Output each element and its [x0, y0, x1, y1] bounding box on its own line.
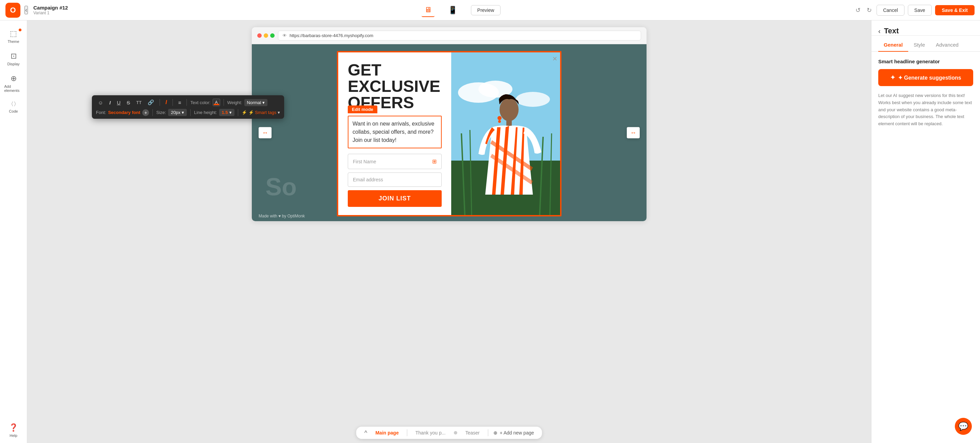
lightning-icon: ⚡	[242, 110, 247, 115]
first-name-placeholder: First Name	[353, 159, 376, 164]
right-panel-back-button[interactable]: ‹	[878, 27, 881, 35]
arrow-right-button[interactable]: ↔	[627, 127, 640, 138]
sidebar-item-label-theme: Theme	[8, 40, 19, 44]
line-height-text: 1.5	[222, 110, 228, 115]
popup-form: First Name ⊞ Email address JOIN LIST	[348, 154, 442, 207]
arrow-left-button[interactable]: ↔	[259, 127, 272, 138]
smart-tags-label: ⚡ Smart tags	[248, 110, 276, 115]
toolbar-divider-1	[159, 99, 160, 106]
browser-dot-red	[257, 33, 262, 38]
italic-button[interactable]: I	[107, 98, 113, 107]
add-icon: ⊕	[11, 74, 17, 83]
right-panel-tabs: General Style Advanced	[872, 38, 980, 52]
font-value[interactable]: Secondary font	[108, 110, 140, 115]
line-height-chevron: ▾	[229, 110, 232, 115]
top-bar-left: O ‹ Campaign #12 Variant 1	[5, 3, 68, 18]
top-bar-right: ↺ ↻ Cancel Save Save & Exit	[854, 5, 975, 16]
right-panel: ‹ Text General Style Advanced Smart head…	[871, 21, 980, 443]
popup-container: ✕ GET EXCLUSIVE OFFERS Edit mode Want in…	[337, 51, 562, 216]
cancel-button[interactable]: Cancel	[877, 5, 904, 16]
help-icon: ❓	[9, 423, 18, 432]
popup-right-image	[451, 52, 560, 215]
preview-button[interactable]: Preview	[471, 5, 501, 15]
sidebar-item-display[interactable]: ⊡ Display	[2, 48, 25, 70]
popup-close-button[interactable]: ✕	[552, 55, 557, 63]
size-label: Size:	[156, 110, 166, 115]
undo-button[interactable]: ↺	[854, 5, 862, 15]
thank-you-tab[interactable]: Thank you p...	[413, 429, 449, 437]
canvas-area: 👁 https://barbaras-store-4476.myshopify.…	[27, 21, 871, 443]
main-page-tab[interactable]: Main page	[372, 429, 401, 437]
popup-email-input[interactable]: Email address	[348, 173, 442, 187]
italic-special-button[interactable]: I	[163, 98, 169, 107]
tab-advanced[interactable]: Advanced	[930, 38, 964, 52]
popup-left: GET EXCLUSIVE OFFERS Edit mode Want in o…	[338, 52, 451, 215]
add-page-label: + Add new page	[500, 430, 534, 435]
browser-dots	[257, 33, 275, 38]
tab-style[interactable]: Style	[908, 38, 930, 52]
weight-text: Normal	[247, 100, 261, 105]
bottom-page-bar: ^ Main page Thank you p... Teaser ⊕ + Ad…	[356, 427, 542, 439]
text-formatting-toolbar: ☺ I U S TT 🔗 I ≡ Text color: A Weight: N…	[92, 95, 284, 119]
save-exit-button[interactable]: Save & Exit	[935, 5, 975, 15]
made-with-text: Made with ♥ by OptiMonk	[259, 214, 305, 218]
back-button[interactable]: ‹	[24, 6, 28, 14]
popup-text-block: Edit mode Want in on new arrivals, exclu…	[348, 116, 442, 154]
sidebar-item-code[interactable]: 〈〉 Code	[2, 97, 25, 117]
toolbar-divider-6	[190, 109, 191, 116]
underline-button[interactable]: U	[115, 98, 123, 107]
campaign-subtitle: Variant 1	[33, 11, 68, 15]
code-icon: 〈〉	[8, 101, 19, 108]
redo-button[interactable]: ↻	[865, 5, 873, 15]
mobile-device-button[interactable]: 📱	[445, 4, 460, 17]
align-button[interactable]: ≡	[176, 98, 183, 107]
svg-point-12	[498, 120, 501, 123]
browser-dot-green	[270, 33, 275, 38]
font-add-button[interactable]: +	[142, 109, 149, 116]
svg-point-3	[516, 92, 550, 107]
emoji-button[interactable]: ☺	[96, 98, 105, 107]
chat-bubble-button[interactable]: 💬	[955, 418, 972, 435]
sidebar-item-help[interactable]: ❓ Help	[2, 420, 25, 443]
right-panel-header: ‹ Text	[872, 21, 980, 36]
strikethrough-button[interactable]: S	[124, 98, 132, 107]
sidebar-item-theme[interactable]: ⬚ Theme	[2, 26, 25, 47]
line-height-label: Line height:	[194, 110, 217, 115]
popup-first-name-input[interactable]: First Name ⊞	[348, 154, 442, 169]
link-button[interactable]: 🔗	[146, 98, 156, 107]
popup-body-text[interactable]: Want in on new arrivals, exclusive colla…	[348, 116, 442, 148]
toolbar-divider-4	[224, 99, 224, 106]
app-logo: O	[5, 3, 21, 18]
browser-chrome: 👁 https://barbaras-store-4476.myshopify.…	[252, 27, 646, 44]
size-value[interactable]: 20px ▾	[168, 109, 187, 116]
desktop-device-button[interactable]: 🖥	[422, 3, 434, 17]
size-chevron: ▾	[182, 110, 184, 115]
tab-separator-2	[488, 429, 488, 436]
add-new-page-button[interactable]: ⊕ + Add new page	[493, 430, 534, 435]
svg-point-9	[500, 98, 519, 121]
save-button[interactable]: Save	[908, 5, 932, 16]
smart-tags-button[interactable]: ⚡ ⚡ Smart tags ▾	[242, 110, 280, 115]
star-icon: ✦	[890, 74, 895, 81]
teaser-tab[interactable]: Teaser	[463, 429, 482, 437]
browser-mockup: 👁 https://barbaras-store-4476.myshopify.…	[252, 27, 646, 221]
theme-icon: ⬚	[10, 29, 17, 38]
sidebar-item-add-elements[interactable]: ⊕ Add elements	[2, 71, 25, 96]
email-placeholder: Email address	[353, 177, 383, 183]
tab-general[interactable]: General	[878, 38, 908, 52]
text-transform-button[interactable]: TT	[134, 98, 143, 106]
sidebar-item-label-add: Add elements	[5, 84, 23, 92]
right-panel-body: Smart headline generator ✦ ✦ Generate su…	[872, 52, 980, 443]
left-sidebar: ⬚ Theme ⊡ Display ⊕ Add elements 〈〉 Code…	[0, 21, 27, 443]
browser-url-bar[interactable]: 👁 https://barbaras-store-4476.myshopify.…	[278, 31, 641, 40]
generate-suggestions-button[interactable]: ✦ ✦ Generate suggestions	[878, 69, 973, 86]
toolbar-row-2: Font: Secondary font + Size: 20px ▾ Line…	[96, 109, 280, 116]
up-arrow-button[interactable]: ^	[364, 429, 367, 437]
weight-value[interactable]: Normal ▾	[244, 99, 268, 106]
toolbar-divider-3	[186, 99, 187, 106]
tab-dot	[453, 431, 457, 435]
line-height-value[interactable]: 1.5 ▾	[219, 109, 234, 116]
campaign-title: Campaign #12	[33, 5, 68, 11]
popup-cta-button[interactable]: JOIN LIST	[348, 190, 442, 207]
color-swatch[interactable]: A	[213, 98, 220, 106]
